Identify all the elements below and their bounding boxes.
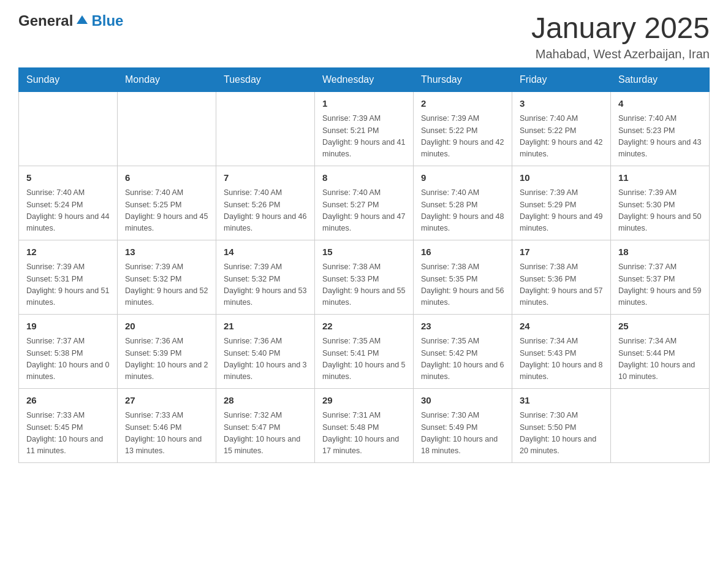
day-number: 3	[520, 97, 603, 111]
day-number: 7	[224, 171, 307, 185]
day-number: 23	[421, 320, 504, 334]
table-row	[216, 91, 315, 166]
day-info: Sunrise: 7:40 AM Sunset: 5:24 PM Dayligh…	[26, 187, 110, 235]
day-number: 14	[224, 245, 307, 259]
table-row: 23Sunrise: 7:35 AM Sunset: 5:42 PM Dayli…	[414, 314, 512, 388]
day-info: Sunrise: 7:39 AM Sunset: 5:22 PM Dayligh…	[421, 113, 504, 161]
day-number: 17	[520, 245, 603, 259]
day-number: 4	[618, 97, 702, 111]
day-info: Sunrise: 7:38 AM Sunset: 5:35 PM Dayligh…	[421, 261, 504, 309]
table-row: 30Sunrise: 7:30 AM Sunset: 5:49 PM Dayli…	[414, 388, 512, 462]
day-number: 19	[26, 320, 110, 334]
day-info: Sunrise: 7:40 AM Sunset: 5:28 PM Dayligh…	[421, 187, 504, 235]
table-row: 28Sunrise: 7:32 AM Sunset: 5:47 PM Dayli…	[216, 388, 315, 462]
day-info: Sunrise: 7:40 AM Sunset: 5:27 PM Dayligh…	[322, 187, 406, 235]
table-row: 14Sunrise: 7:39 AM Sunset: 5:32 PM Dayli…	[216, 240, 315, 314]
header-tuesday: Tuesday	[216, 67, 315, 91]
table-row: 16Sunrise: 7:38 AM Sunset: 5:35 PM Dayli…	[414, 240, 512, 314]
header-saturday: Saturday	[611, 67, 710, 91]
header-monday: Monday	[118, 67, 216, 91]
day-info: Sunrise: 7:36 AM Sunset: 5:39 PM Dayligh…	[125, 335, 208, 383]
table-row: 19Sunrise: 7:37 AM Sunset: 5:38 PM Dayli…	[19, 314, 118, 388]
calendar-subtitle: Mahabad, West Azerbaijan, Iran	[531, 47, 710, 61]
day-number: 6	[125, 171, 208, 185]
day-number: 30	[421, 394, 504, 408]
day-info: Sunrise: 7:34 AM Sunset: 5:43 PM Dayligh…	[520, 335, 603, 383]
day-number: 28	[224, 394, 307, 408]
table-row: 26Sunrise: 7:33 AM Sunset: 5:45 PM Dayli…	[19, 388, 118, 462]
calendar-title: January 2025	[531, 12, 710, 45]
weekday-header-row: Sunday Monday Tuesday Wednesday Thursday…	[19, 67, 710, 91]
logo-general-text: General	[18, 12, 73, 29]
day-number: 29	[322, 394, 406, 408]
day-number: 1	[322, 97, 406, 111]
calendar-week-row: 19Sunrise: 7:37 AM Sunset: 5:38 PM Dayli…	[19, 314, 710, 388]
day-number: 18	[618, 245, 702, 259]
table-row	[611, 388, 710, 462]
calendar-week-row: 5Sunrise: 7:40 AM Sunset: 5:24 PM Daylig…	[19, 166, 710, 240]
day-number: 8	[322, 171, 406, 185]
table-row: 31Sunrise: 7:30 AM Sunset: 5:50 PM Dayli…	[512, 388, 611, 462]
table-row: 12Sunrise: 7:39 AM Sunset: 5:31 PM Dayli…	[19, 240, 118, 314]
table-row: 1Sunrise: 7:39 AM Sunset: 5:21 PM Daylig…	[315, 91, 414, 166]
table-row: 10Sunrise: 7:39 AM Sunset: 5:29 PM Dayli…	[512, 166, 611, 240]
day-info: Sunrise: 7:31 AM Sunset: 5:48 PM Dayligh…	[322, 410, 406, 458]
day-info: Sunrise: 7:34 AM Sunset: 5:44 PM Dayligh…	[618, 335, 702, 383]
day-number: 26	[26, 394, 110, 408]
svg-marker-0	[77, 15, 88, 24]
table-row: 17Sunrise: 7:38 AM Sunset: 5:36 PM Dayli…	[512, 240, 611, 314]
table-row: 3Sunrise: 7:40 AM Sunset: 5:22 PM Daylig…	[512, 91, 611, 166]
table-row: 27Sunrise: 7:33 AM Sunset: 5:46 PM Dayli…	[118, 388, 216, 462]
header-sunday: Sunday	[19, 67, 118, 91]
logo-blue-text: Blue	[91, 12, 123, 29]
table-row: 29Sunrise: 7:31 AM Sunset: 5:48 PM Dayli…	[315, 388, 414, 462]
calendar-week-row: 12Sunrise: 7:39 AM Sunset: 5:31 PM Dayli…	[19, 240, 710, 314]
table-row: 25Sunrise: 7:34 AM Sunset: 5:44 PM Dayli…	[611, 314, 710, 388]
day-info: Sunrise: 7:39 AM Sunset: 5:31 PM Dayligh…	[26, 261, 110, 309]
day-number: 11	[618, 171, 702, 185]
day-info: Sunrise: 7:33 AM Sunset: 5:45 PM Dayligh…	[26, 410, 110, 458]
day-number: 24	[520, 320, 603, 334]
header-thursday: Thursday	[414, 67, 512, 91]
day-number: 27	[125, 394, 208, 408]
table-row: 7Sunrise: 7:40 AM Sunset: 5:26 PM Daylig…	[216, 166, 315, 240]
day-number: 31	[520, 394, 603, 408]
title-area: January 2025 Mahabad, West Azerbaijan, I…	[531, 12, 710, 61]
header-friday: Friday	[512, 67, 611, 91]
logo-triangle-icon	[77, 14, 88, 28]
day-info: Sunrise: 7:32 AM Sunset: 5:47 PM Dayligh…	[224, 410, 307, 458]
table-row: 20Sunrise: 7:36 AM Sunset: 5:39 PM Dayli…	[118, 314, 216, 388]
day-number: 16	[421, 245, 504, 259]
day-info: Sunrise: 7:36 AM Sunset: 5:40 PM Dayligh…	[224, 335, 307, 383]
table-row: 9Sunrise: 7:40 AM Sunset: 5:28 PM Daylig…	[414, 166, 512, 240]
logo: General Blue	[18, 12, 123, 29]
day-info: Sunrise: 7:33 AM Sunset: 5:46 PM Dayligh…	[125, 410, 208, 458]
day-number: 22	[322, 320, 406, 334]
table-row: 21Sunrise: 7:36 AM Sunset: 5:40 PM Dayli…	[216, 314, 315, 388]
day-number: 12	[26, 245, 110, 259]
table-row: 4Sunrise: 7:40 AM Sunset: 5:23 PM Daylig…	[611, 91, 710, 166]
page-header: General Blue January 2025 Mahabad, West …	[18, 12, 710, 61]
table-row: 22Sunrise: 7:35 AM Sunset: 5:41 PM Dayli…	[315, 314, 414, 388]
table-row	[118, 91, 216, 166]
day-number: 25	[618, 320, 702, 334]
day-number: 21	[224, 320, 307, 334]
table-row: 8Sunrise: 7:40 AM Sunset: 5:27 PM Daylig…	[315, 166, 414, 240]
day-info: Sunrise: 7:39 AM Sunset: 5:32 PM Dayligh…	[224, 261, 307, 309]
day-number: 5	[26, 171, 110, 185]
day-info: Sunrise: 7:39 AM Sunset: 5:30 PM Dayligh…	[618, 187, 702, 235]
table-row: 11Sunrise: 7:39 AM Sunset: 5:30 PM Dayli…	[611, 166, 710, 240]
day-info: Sunrise: 7:35 AM Sunset: 5:41 PM Dayligh…	[322, 335, 406, 383]
calendar-week-row: 1Sunrise: 7:39 AM Sunset: 5:21 PM Daylig…	[19, 91, 710, 166]
table-row: 13Sunrise: 7:39 AM Sunset: 5:32 PM Dayli…	[118, 240, 216, 314]
day-number: 15	[322, 245, 406, 259]
day-number: 9	[421, 171, 504, 185]
day-number: 2	[421, 97, 504, 111]
header-wednesday: Wednesday	[315, 67, 414, 91]
day-info: Sunrise: 7:35 AM Sunset: 5:42 PM Dayligh…	[421, 335, 504, 383]
day-number: 20	[125, 320, 208, 334]
day-info: Sunrise: 7:39 AM Sunset: 5:29 PM Dayligh…	[520, 187, 603, 235]
table-row: 15Sunrise: 7:38 AM Sunset: 5:33 PM Dayli…	[315, 240, 414, 314]
day-info: Sunrise: 7:39 AM Sunset: 5:32 PM Dayligh…	[125, 261, 208, 309]
table-row: 6Sunrise: 7:40 AM Sunset: 5:25 PM Daylig…	[118, 166, 216, 240]
